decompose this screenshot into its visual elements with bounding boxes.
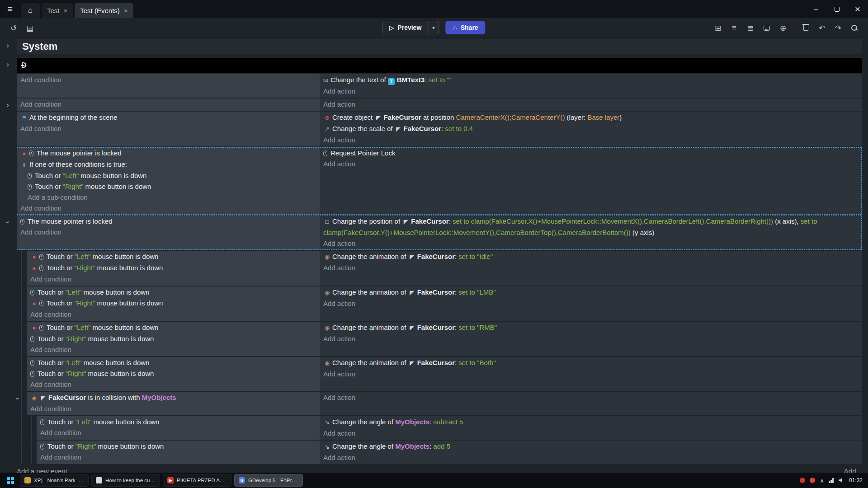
fold-chevron-icon[interactable]: › bbox=[5, 59, 10, 70]
event[interactable]: ⚑At the beginning of the sceneAdd condit… bbox=[17, 112, 862, 146]
fold-chevron-icon[interactable]: › bbox=[5, 100, 10, 111]
add-circle-icon[interactable]: ⊕ bbox=[776, 21, 790, 35]
condition-sentence[interactable]: ●Touch or "Right" mouse button is down bbox=[27, 298, 320, 309]
event[interactable]: Touch or "Right" mouse button is downAdd… bbox=[37, 441, 862, 464]
add-action-link[interactable]: Add action bbox=[320, 333, 862, 344]
action-sentence[interactable]: ◉Change the animation of ◤FakeCursor: se… bbox=[320, 322, 862, 333]
add-event-icon[interactable]: ⊞ bbox=[711, 21, 725, 35]
action-sentence[interactable]: ⊕Create object ◤FakeCursor at position C… bbox=[320, 112, 862, 123]
add-group-event-icon[interactable]: ≣ bbox=[744, 21, 757, 35]
condition-sentence[interactable]: Touch or "Left" mouse button is down bbox=[27, 357, 320, 368]
event[interactable]: The mouse pointer is lockedAdd condition… bbox=[17, 216, 862, 250]
close-icon[interactable] bbox=[64, 7, 68, 14]
event[interactable]: ◈◤FakeCursor is in collision with MyObje… bbox=[27, 392, 862, 415]
add-action-link[interactable]: Add action bbox=[320, 238, 862, 249]
add-comment-icon[interactable] bbox=[760, 21, 774, 35]
event[interactable]: ●The mouse pointer is locked‖If one of t… bbox=[17, 147, 862, 215]
network-icon[interactable] bbox=[829, 478, 834, 483]
trash-icon[interactable] bbox=[799, 21, 812, 35]
undo-icon[interactable]: ↶ bbox=[815, 21, 829, 35]
tray-red-icon-2[interactable] bbox=[810, 478, 815, 483]
condition-sentence[interactable]: ●Touch or "Right" mouse button is down bbox=[27, 263, 320, 274]
add-action-link[interactable]: Add action bbox=[320, 298, 862, 309]
add-action-link[interactable]: Add action bbox=[320, 159, 862, 169]
taskbar-item[interactable]: GGDevelop 5 - E:\Progr... bbox=[234, 474, 303, 487]
minimize-button[interactable] bbox=[806, 0, 826, 18]
add-action-link[interactable]: Add action bbox=[320, 99, 862, 110]
tray-red-icon-1[interactable] bbox=[800, 478, 805, 483]
tab-test[interactable]: Test bbox=[42, 3, 73, 18]
fold-chevron-icon[interactable]: › bbox=[2, 220, 13, 225]
add-condition-link[interactable]: Add condition bbox=[17, 123, 320, 134]
condition-sentence[interactable]: ‖If one of these conditions is true: bbox=[17, 159, 320, 170]
volume-icon[interactable] bbox=[839, 478, 844, 483]
add-condition-link[interactable]: Add condition bbox=[27, 274, 320, 285]
add-condition-link[interactable]: Add condition bbox=[17, 75, 320, 85]
disabled-event[interactable]: Đ bbox=[17, 58, 862, 73]
action-sentence[interactable]: ↗Change the scale of ◤FakeCursor: set to… bbox=[320, 123, 862, 135]
preview-button[interactable]: Preview bbox=[383, 21, 428, 34]
search-icon[interactable] bbox=[848, 21, 861, 35]
action-sentence[interactable]: ↘Change the angle of MyObjects: add 5 bbox=[320, 441, 862, 452]
save-icon[interactable]: ▤ bbox=[23, 21, 37, 35]
action-sentence[interactable]: ◉Change the animation of ◤FakeCursor: se… bbox=[320, 357, 862, 369]
maximize-button[interactable] bbox=[826, 0, 847, 18]
event[interactable]: Add conditiontxtChange the text of TBMTe… bbox=[17, 74, 862, 98]
share-button[interactable]: Share bbox=[446, 21, 486, 34]
action-sentence[interactable]: ◉Change the animation of ◤FakeCursor: se… bbox=[320, 251, 862, 263]
condition-sentence[interactable]: Touch or "Right" mouse button is down bbox=[37, 441, 320, 452]
redo-icon[interactable]: ↷ bbox=[831, 21, 845, 35]
group-event-title[interactable]: System bbox=[17, 39, 862, 54]
add-action-link[interactable]: Add action bbox=[320, 392, 862, 403]
action-sentence[interactable]: ◉Change the animation of ◤FakeCursor: se… bbox=[320, 287, 862, 298]
condition-sentence[interactable]: ●Touch or "Left" mouse button is down bbox=[27, 322, 320, 333]
add-action-link[interactable]: Add action bbox=[320, 428, 862, 439]
event[interactable]: ●Touch or "Left" mouse button is downTou… bbox=[27, 322, 862, 356]
condition-sentence[interactable]: ●The mouse pointer is locked bbox=[17, 148, 320, 159]
home-tab[interactable] bbox=[21, 3, 40, 18]
add-condition-link[interactable]: Add condition bbox=[37, 452, 320, 463]
add-condition-link[interactable]: Add condition bbox=[17, 227, 320, 238]
taskbar-clock[interactable]: 01:32 bbox=[849, 477, 864, 483]
event[interactable]: Add conditionAdd action bbox=[17, 99, 862, 111]
taskbar-item[interactable]: XP) - Noah's Park - ... bbox=[20, 474, 89, 487]
start-button[interactable] bbox=[4, 474, 17, 487]
add-action-link[interactable]: Add action bbox=[320, 369, 862, 380]
add-new-event-link[interactable]: Add a new event bbox=[17, 466, 67, 473]
add-condition-link[interactable]: Add condition bbox=[27, 404, 320, 414]
add-subevent-icon[interactable]: ≡ bbox=[727, 21, 741, 35]
taskbar-item[interactable]: How to keep the curs... bbox=[91, 474, 160, 487]
add-more-link[interactable]: Add... bbox=[844, 466, 862, 473]
condition-sentence[interactable]: Touch or "Left" mouse button is down bbox=[17, 170, 320, 181]
event[interactable]: Touch or "Left" mouse button is downAdd … bbox=[37, 416, 862, 440]
tray-chevron-up-icon[interactable] bbox=[820, 476, 824, 484]
action-sentence[interactable]: ↘Change the angle of MyObjects: subtract… bbox=[320, 417, 862, 428]
condition-sentence[interactable]: The mouse pointer is locked bbox=[17, 216, 320, 227]
action-sentence[interactable]: Request Pointer Lock bbox=[320, 148, 862, 159]
add-condition-link[interactable]: Add condition bbox=[17, 99, 320, 110]
tab-test-events[interactable]: Test (Events) bbox=[75, 3, 133, 18]
close-icon[interactable] bbox=[124, 7, 128, 14]
condition-sentence[interactable]: Touch or "Right" mouse button is down bbox=[27, 368, 320, 379]
condition-sentence[interactable]: ●Touch or "Left" mouse button is down bbox=[27, 251, 320, 263]
condition-sentence[interactable]: Touch or "Right" mouse button is down bbox=[17, 181, 320, 192]
condition-sentence[interactable]: Touch or "Left" mouse button is down bbox=[37, 417, 320, 427]
event[interactable]: Touch or "Left" mouse button is downTouc… bbox=[27, 357, 862, 391]
add-action-link[interactable]: Add action bbox=[320, 135, 862, 145]
add-action-link[interactable]: Add action bbox=[320, 452, 862, 463]
condition-sentence[interactable]: ◈◤FakeCursor is in collision with MyObje… bbox=[27, 392, 320, 404]
add-condition-link[interactable]: Add condition bbox=[17, 203, 320, 214]
action-sentence[interactable]: txtChange the text of TBMText3: set to "… bbox=[320, 75, 862, 86]
condition-sentence[interactable]: Touch or "Left" mouse button is down bbox=[27, 287, 320, 298]
add-condition-link[interactable]: Add condition bbox=[27, 379, 320, 390]
taskbar-item[interactable]: ▶PIKIETA PRZED AMBA... bbox=[163, 474, 231, 487]
add-condition-link[interactable]: Add condition bbox=[27, 344, 320, 355]
preview-dropdown-button[interactable] bbox=[428, 21, 439, 34]
add-condition-link[interactable]: Add condition bbox=[27, 309, 320, 320]
condition-sentence[interactable]: ⚑At the beginning of the scene bbox=[17, 112, 320, 123]
add-a-sub-condition-link[interactable]: Add a sub-condition bbox=[17, 192, 320, 203]
action-sentence[interactable]: □Change the position of ◤FakeCursor: set… bbox=[320, 216, 862, 238]
add-condition-link[interactable]: Add condition bbox=[37, 427, 320, 438]
menu-icon[interactable] bbox=[0, 0, 20, 18]
add-action-link[interactable]: Add action bbox=[320, 263, 862, 273]
